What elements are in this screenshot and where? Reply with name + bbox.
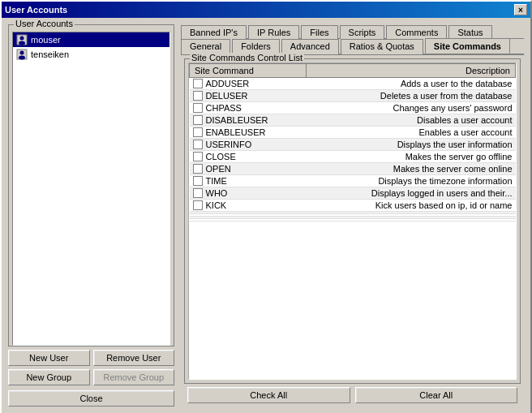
table-row: DISABLEUSER Disables a user account [190, 114, 516, 127]
svg-point-5 [19, 56, 25, 60]
col-description: Description [306, 64, 515, 78]
cmd-label: CLOSE [206, 152, 236, 161]
cmd-label: ADDUSER [206, 79, 250, 88]
cmd-cell[interactable]: TIME [190, 175, 307, 187]
table-row: WHO Displays logged in users and their..… [190, 187, 516, 200]
tab-ratios-quotas[interactable]: Ratios & Quotas [341, 39, 423, 54]
table-row: TIME Displays the timezone information [190, 175, 516, 187]
cmd-label: KICK [206, 200, 227, 210]
desc-cell: Displays the timezone information [306, 175, 515, 187]
sc-table-wrapper[interactable]: Site Command Description ADDUSER Adds a … [188, 62, 517, 380]
desc-cell: Kick users based on ip, id or name [306, 200, 515, 212]
site-commands-group: Site Commands Control List Site Command … [184, 58, 521, 384]
svg-point-1 [20, 37, 24, 41]
remove-user-button[interactable]: Remove User [93, 350, 175, 366]
window-title: User Accounts [5, 5, 67, 15]
group-box-label: User Accounts [14, 19, 75, 28]
clear-all-button[interactable]: Clear All [355, 387, 518, 403]
cmd-label: DELUSER [206, 91, 248, 101]
cmd-cell[interactable] [190, 219, 307, 222]
user-accounts-group: User Accounts mouser tenseiken [8, 24, 174, 346]
cmd-cell[interactable]: USERINFO [190, 139, 307, 151]
cmd-cell[interactable]: CHPASS [190, 102, 307, 114]
cmd-checkbox[interactable] [193, 152, 203, 161]
col-command: Site Command [190, 64, 307, 78]
remove-group-button[interactable]: Remove Group [93, 369, 175, 385]
user-list[interactable]: mouser tenseiken [12, 32, 170, 346]
left-panel: User Accounts mouser tenseiken New User [8, 24, 174, 407]
cmd-label: CHPASS [206, 103, 242, 113]
user-item[interactable]: mouser [13, 32, 169, 47]
user-item[interactable]: tenseiken [13, 47, 169, 62]
user-name: tenseiken [31, 49, 69, 59]
site-commands-panel: Site Commands Control List Site Command … [181, 55, 524, 407]
cmd-checkbox[interactable] [193, 176, 203, 186]
cmd-checkbox[interactable] [193, 200, 203, 210]
cmd-checkbox[interactable] [193, 91, 203, 101]
table-row: CHPASS Changes any users' password [190, 102, 516, 114]
cmd-label: ENABLEUSER [206, 127, 266, 137]
table-row: CLOSE Makes the server go offline [190, 151, 516, 163]
user-icon [16, 34, 28, 45]
tab-scripts[interactable]: Scripts [340, 25, 385, 39]
cmd-label: WHO [206, 188, 228, 198]
tab-comments[interactable]: Comments [386, 25, 447, 39]
cmd-label: USERINFO [206, 140, 252, 149]
cmd-cell[interactable]: DISABLEUSER [190, 114, 307, 127]
svg-point-4 [20, 51, 24, 55]
table-row: ENABLEUSER Enables a user account [190, 127, 516, 139]
cmd-cell[interactable]: OPEN [190, 163, 307, 175]
cmd-checkbox[interactable] [193, 127, 203, 137]
cmd-cell[interactable]: ENABLEUSER [190, 127, 307, 139]
desc-cell [306, 219, 515, 222]
desc-cell: Makes the server come online [306, 163, 515, 175]
cmd-label: DISABLEUSER [206, 115, 268, 125]
desc-cell: Displays logged in users and their... [306, 187, 515, 200]
check-all-button[interactable]: Check All [187, 387, 350, 403]
sc-table: Site Command Description ADDUSER Adds a … [189, 63, 516, 222]
tab-ip-rules[interactable]: IP Rules [248, 25, 299, 39]
table-row: USERINFO Displays the user information [190, 139, 516, 151]
new-group-button[interactable]: New Group [8, 369, 90, 385]
table-row: ADDUSER Adds a user to the database [190, 78, 516, 90]
desc-cell: Changes any users' password [306, 102, 515, 114]
cmd-cell[interactable]: CLOSE [190, 151, 307, 163]
bottom-buttons: Check All Clear All [184, 384, 521, 403]
sc-group-label: Site Commands Control List [190, 53, 304, 62]
tab-status[interactable]: Status [448, 25, 491, 39]
tab-banned-ips[interactable]: Banned IP's [181, 25, 247, 39]
desc-cell: Makes the server go offline [306, 151, 515, 163]
cmd-cell[interactable]: WHO [190, 187, 307, 200]
cmd-cell[interactable]: ADDUSER [190, 78, 307, 90]
cmd-checkbox[interactable] [193, 79, 203, 88]
cmd-checkbox[interactable] [193, 140, 203, 149]
cmd-cell[interactable]: KICK [190, 200, 307, 212]
left-buttons: New User Remove User New Group Remove Gr… [8, 350, 174, 407]
desc-cell: Enables a user account [306, 127, 515, 139]
desc-cell: Adds a user to the database [306, 78, 515, 90]
table-row [190, 219, 516, 222]
close-icon[interactable]: × [514, 4, 527, 15]
cmd-checkbox[interactable] [193, 164, 203, 174]
close-button[interactable]: Close [8, 390, 174, 407]
tab-site-commands[interactable]: Site Commands [425, 38, 510, 54]
user-icon [16, 49, 28, 60]
cmd-label: OPEN [206, 164, 231, 174]
cmd-checkbox[interactable] [193, 188, 203, 198]
new-user-button[interactable]: New User [8, 350, 90, 366]
tab-files[interactable]: Files [301, 25, 337, 39]
cmd-checkbox[interactable] [193, 115, 203, 125]
cmd-cell[interactable]: DELUSER [190, 90, 307, 102]
desc-cell: Displays the user information [306, 139, 515, 151]
cmd-checkbox[interactable] [193, 103, 203, 113]
table-row: KICK Kick users based on ip, id or name [190, 200, 516, 212]
svg-point-2 [19, 41, 25, 45]
cmd-label: TIME [206, 176, 227, 186]
table-row: OPEN Makes the server come online [190, 163, 516, 175]
table-row: DELUSER Deletes a user from the database [190, 90, 516, 102]
user-name: mouser [31, 35, 61, 45]
desc-cell: Disables a user account [306, 114, 515, 127]
desc-cell: Deletes a user from the database [306, 90, 515, 102]
main-window: User Accounts × User Accounts mouser ten… [0, 0, 532, 413]
right-panel: Banned IP'sIP RulesFilesScriptsCommentsS… [181, 24, 524, 407]
